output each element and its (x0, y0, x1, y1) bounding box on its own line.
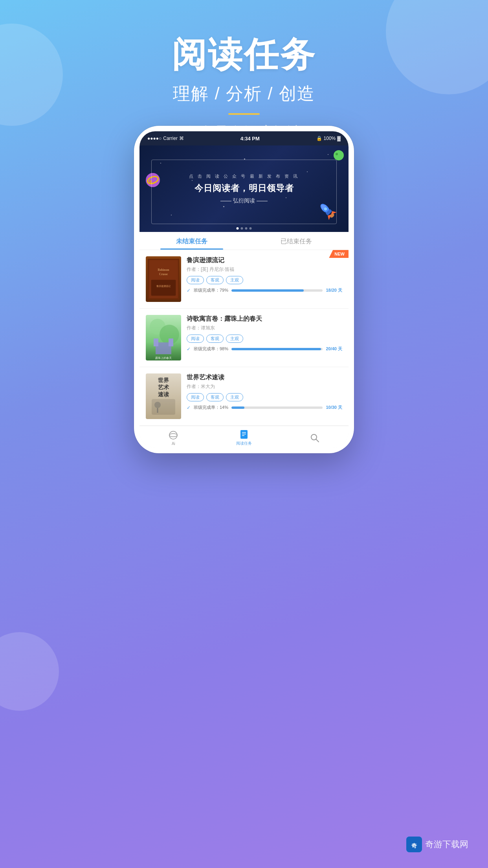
book-tag-read-3[interactable]: 阅读 (187, 393, 204, 401)
bottom-tab-ai[interactable]: Ai (168, 430, 178, 446)
svg-text:世界: 世界 (158, 377, 169, 383)
wifi-icon: ⌘ (179, 136, 184, 141)
task-tabs: 未结束任务 已结束任务 (139, 232, 349, 250)
bottom-tab-search[interactable] (310, 433, 320, 443)
battery-icon: ▓ (337, 136, 341, 141)
banner-content: 点 击 阅 读 公 众 号 最 新 发 布 资 讯 今日阅读者，明日领导者 ——… (189, 173, 299, 204)
book-tag-obj-3[interactable]: 客观 (206, 393, 224, 401)
carrier-name: Carrier (163, 136, 178, 141)
book-cover-2: 露珠上的春天 (146, 315, 181, 360)
svg-text:Crusoe: Crusoe (159, 273, 168, 276)
book-info-1: 鲁滨逊漂流记 作者：[英] 丹尼尔·笛福 阅读 客观 主观 ✓ 班级完成率：79… (187, 256, 342, 302)
book-tag-sub[interactable]: 主观 (226, 276, 243, 284)
book-title-1: 鲁滨逊漂流记 (187, 256, 342, 265)
progress-check-icon-3: ✓ (187, 405, 191, 410)
progress-bar-2 (231, 348, 323, 350)
book-tag-obj-2[interactable]: 客观 (206, 335, 224, 343)
banner-dot-2[interactable] (241, 227, 243, 230)
tab-finished[interactable]: 已结束任务 (244, 232, 349, 250)
book-title-2: 诗歌寓言卷：露珠上的春天 (187, 315, 342, 323)
battery-percent: 100% (324, 136, 336, 141)
book-info-2: 诗歌寓言卷：露珠上的春天 作者：谭旭东 阅读 客观 主观 ✓ 班级完成率：98% (187, 315, 342, 360)
book-tag-read-2[interactable]: 阅读 (187, 335, 204, 343)
book-item-1[interactable]: Robinson Crusoe 鲁滨逊漂流记 鲁滨逊漂流记 作者：[英] 丹尼尔… (139, 250, 349, 309)
book-info-3: 世界艺术速读 作者：米大为 阅读 客观 主观 ✓ 班级完成率：14% (187, 373, 342, 419)
svg-line-39 (316, 439, 319, 442)
book-progress-2: ✓ 班级完成率：98% 20/40 天 (187, 346, 342, 352)
svg-text:奇: 奇 (411, 842, 417, 849)
page-header: 阅读任务 理解 / 分析 / 创造 任务导向深度阅读 (0, 0, 488, 142)
book-tag-obj[interactable]: 客观 (206, 276, 224, 284)
svg-text:鲁滨逊漂流记: 鲁滨逊漂流记 (156, 285, 171, 287)
book-tag-sub-3[interactable]: 主观 (226, 393, 243, 401)
phone-screen: ●●●●○ Carrier ⌘ 4:34 PM 🔒 100% ▓ (139, 131, 349, 448)
status-bar: ●●●●○ Carrier ⌘ 4:34 PM 🔒 100% ▓ (139, 131, 349, 145)
svg-point-33 (169, 434, 177, 437)
header-divider (228, 113, 260, 115)
progress-label-1: 班级完成率：79% (194, 287, 228, 293)
signal-dots: ●●●●○ (147, 136, 161, 141)
progress-fill-1 (231, 289, 304, 292)
svg-rect-34 (240, 430, 248, 439)
progress-days-3: 10/30 天 (326, 405, 342, 410)
svg-rect-23 (169, 338, 173, 346)
watermark: 奇 奇游下载网 (406, 837, 468, 852)
watermark-text: 奇游下载网 (425, 839, 468, 850)
book-item-2[interactable]: 露珠上的春天 诗歌寓言卷：露珠上的春天 作者：谭旭东 阅读 客观 主观 ✓ (139, 309, 349, 367)
banner-dot-1[interactable] (237, 227, 239, 230)
bottom-tab-bar: Ai 阅读任务 (139, 426, 349, 448)
book-author-3: 作者：米大为 (187, 383, 342, 390)
banner-sub-text: —— 弘衍阅读 —— (189, 197, 299, 204)
new-badge: NEW (329, 250, 349, 258)
book-item-3[interactable]: 世界 艺术 速读 世界艺术速读 作者：米大为 阅读 (139, 367, 349, 426)
book-cover-3: 世界 艺术 速读 (146, 373, 181, 419)
bottom-tab-reading[interactable]: 阅读任务 (236, 429, 252, 446)
watermark-icon: 奇 (406, 837, 422, 852)
status-right: 🔒 100% ▓ (316, 136, 341, 141)
header-subtitle: 理解 / 分析 / 创造 (0, 82, 488, 105)
phone-mockup: ●●●●○ Carrier ⌘ 4:34 PM 🔒 100% ▓ (134, 126, 354, 453)
svg-point-4 (336, 153, 338, 155)
svg-text:Robinson: Robinson (158, 268, 169, 272)
banner-small-text: 点 击 阅 读 公 众 号 最 新 发 布 资 讯 (189, 173, 299, 179)
status-time: 4:34 PM (240, 136, 260, 142)
book-tags-1: 阅读 客观 主观 (187, 276, 342, 284)
svg-text:艺术: 艺术 (158, 384, 169, 390)
book-author-2: 作者：谭旭东 (187, 325, 342, 331)
progress-bar-1 (231, 289, 323, 292)
progress-days-2: 20/40 天 (326, 346, 342, 352)
book-tag-sub-2[interactable]: 主观 (226, 335, 243, 343)
search-icon (310, 433, 320, 443)
document-icon (239, 429, 249, 440)
svg-text:露珠上的春天: 露珠上的春天 (155, 357, 172, 359)
svg-text:速读: 速读 (158, 391, 169, 397)
book-tags-3: 阅读 客观 主观 (187, 393, 342, 401)
book-list: Robinson Crusoe 鲁滨逊漂流记 鲁滨逊漂流记 作者：[英] 丹尼尔… (139, 250, 349, 426)
book-cover-1: Robinson Crusoe 鲁滨逊漂流记 (146, 256, 181, 302)
progress-label-2: 班级完成率：98% (194, 346, 228, 352)
phone-body: ●●●●○ Carrier ⌘ 4:34 PM 🔒 100% ▓ (134, 126, 354, 453)
tab-unfinished[interactable]: 未结束任务 (139, 232, 244, 250)
banner-pagination (237, 227, 252, 230)
planet-icon (168, 430, 178, 440)
book-progress-3: ✓ 班级完成率：14% 10/30 天 (187, 405, 342, 410)
banner[interactable]: 点 击 阅 读 公 众 号 最 新 发 布 资 讯 今日阅读者，明日领导者 ——… (139, 145, 349, 232)
progress-check-icon-2: ✓ (187, 346, 191, 352)
lock-icon: 🔒 (316, 136, 322, 141)
svg-rect-16 (151, 280, 176, 296)
banner-dot-4[interactable] (250, 227, 252, 230)
status-carrier: ●●●●○ Carrier ⌘ (147, 136, 184, 141)
progress-fill-2 (231, 348, 321, 350)
banner-main-text: 今日阅读者，明日领导者 (189, 182, 299, 194)
progress-fill-3 (231, 406, 244, 409)
svg-point-32 (169, 431, 177, 439)
bg-decoration-3 (0, 632, 59, 711)
book-title-3: 世界艺术速读 (187, 373, 342, 382)
svg-point-30 (154, 402, 161, 408)
book-tag-read[interactable]: 阅读 (187, 276, 204, 284)
banner-dot-3[interactable] (245, 227, 248, 230)
book-tags-2: 阅读 客观 主观 (187, 335, 342, 343)
rocket-icon (317, 200, 337, 220)
bottom-tab-reading-label: 阅读任务 (236, 441, 252, 446)
page-title: 阅读任务 (0, 31, 488, 78)
